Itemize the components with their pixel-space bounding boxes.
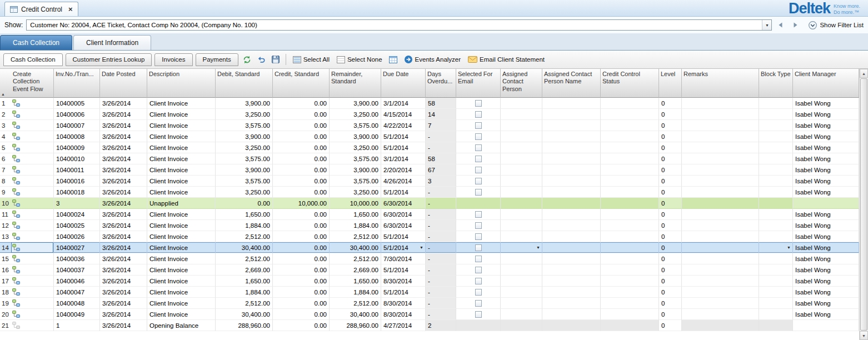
cell-level[interactable]: 0: [659, 253, 682, 264]
cell-days-overdue[interactable]: -: [426, 298, 456, 309]
cell-remarks[interactable]: [682, 131, 759, 142]
row-number[interactable]: 11: [0, 209, 11, 220]
create-collection-event-flow-cell[interactable]: [11, 209, 54, 220]
cell-remarks[interactable]: [682, 220, 759, 231]
create-collection-event-flow-cell[interactable]: [11, 276, 54, 287]
select-all-button[interactable]: Select All: [293, 56, 330, 63]
table-row[interactable]: 19104000483/26/2014Client Invoice2,512.0…: [0, 298, 859, 309]
cell-credit-standard[interactable]: 0.00: [273, 298, 330, 309]
create-collection-event-flow-cell[interactable]: [11, 153, 54, 164]
dropdown-arrow-icon[interactable]: ▼: [787, 246, 791, 249]
cell-debit-standard[interactable]: 3,575.00: [216, 120, 273, 131]
cell-days-overdue[interactable]: -: [426, 220, 456, 231]
cell-block-type[interactable]: [759, 120, 793, 131]
forward-arrow-icon[interactable]: [790, 20, 801, 30]
cell-assigned-contact-person-name[interactable]: [542, 176, 601, 187]
cell-remarks[interactable]: [682, 142, 759, 153]
table-icon[interactable]: [389, 56, 397, 63]
cell-due-date[interactable]: 3/1/2014: [381, 98, 426, 109]
cell-block-type[interactable]: [759, 109, 793, 120]
create-collection-event-flow-icon[interactable]: [12, 266, 20, 273]
selected-for-email-checkbox[interactable]: [475, 300, 482, 307]
cell-inv-no[interactable]: 10400046: [54, 276, 100, 287]
cell-assigned-contact-person-name[interactable]: [542, 164, 601, 176]
scroll-up-icon[interactable]: ▲: [860, 69, 868, 78]
col-header-remainder-standard[interactable]: Remainder, Standard: [330, 69, 381, 98]
cell-selected-for-email[interactable]: [456, 176, 501, 187]
cell-remarks[interactable]: [682, 98, 759, 109]
cell-assigned-contact-person[interactable]: [501, 209, 542, 220]
cell-credit-control-status[interactable]: [601, 198, 659, 209]
cell-description[interactable]: Client Invoice: [147, 287, 216, 298]
cell-client-manager[interactable]: Isabel Wong: [793, 164, 859, 176]
cell-days-overdue[interactable]: 58: [426, 153, 456, 164]
create-collection-event-flow-icon[interactable]: [12, 177, 20, 184]
cell-client-manager[interactable]: Isabel Wong: [793, 176, 859, 187]
cell-credit-control-status[interactable]: [601, 176, 659, 187]
col-header-debit-standard[interactable]: Debit, Standard: [216, 69, 273, 98]
cell-credit-control-status[interactable]: [601, 120, 659, 131]
cell-remainder-standard[interactable]: 288,960.00: [330, 320, 381, 331]
cell-level[interactable]: 0: [659, 220, 682, 231]
row-number[interactable]: 2: [0, 109, 11, 120]
row-number[interactable]: 13: [0, 231, 11, 242]
cell-description[interactable]: Client Invoice: [147, 98, 216, 109]
cell-block-type[interactable]: [759, 220, 793, 231]
cell-debit-standard[interactable]: 3,900.00: [216, 164, 273, 176]
cell-remarks[interactable]: [682, 164, 759, 176]
create-collection-event-flow-icon[interactable]: [12, 111, 20, 118]
cell-inv-no[interactable]: 10400025: [54, 220, 100, 231]
cell-remarks[interactable]: [682, 176, 759, 187]
selected-for-email-checkbox[interactable]: [475, 100, 482, 107]
subtab-cash-collection[interactable]: Cash Collection: [3, 53, 63, 66]
show-filter-list-button[interactable]: Show Filter List: [809, 21, 864, 29]
selected-for-email-checkbox[interactable]: [475, 178, 482, 184]
row-number[interactable]: 8: [0, 176, 11, 187]
cell-level[interactable]: 0: [659, 320, 682, 331]
cell-remarks[interactable]: [682, 264, 759, 276]
cell-assigned-contact-person-name[interactable]: [542, 220, 601, 231]
cell-description[interactable]: Client Invoice: [147, 220, 216, 231]
cell-level[interactable]: 0: [659, 309, 682, 320]
selected-for-email-checkbox[interactable]: [475, 233, 482, 240]
subtab-payments[interactable]: Payments: [196, 53, 238, 66]
selected-for-email-checkbox[interactable]: [475, 111, 482, 118]
cell-level[interactable]: 0: [659, 131, 682, 142]
table-row[interactable]: 2104000063/26/2014Client Invoice3,250.00…: [0, 109, 859, 120]
cell-days-overdue[interactable]: -: [426, 309, 456, 320]
cell-level[interactable]: 0: [659, 142, 682, 153]
cell-days-overdue[interactable]: -: [426, 287, 456, 298]
cell-description[interactable]: Client Invoice: [147, 253, 216, 264]
cell-assigned-contact-person-name[interactable]: [542, 320, 601, 331]
filter-combobox[interactable]: Customer No: 20004, ACE Ticket, Contact …: [26, 19, 772, 31]
cell-credit-standard[interactable]: 0.00: [273, 242, 330, 253]
cell-assigned-contact-person[interactable]: [501, 153, 542, 164]
cell-assigned-contact-person-name[interactable]: [542, 153, 601, 164]
cell-due-date[interactable]: 5/1/2014: [381, 187, 426, 198]
cell-client-manager[interactable]: Isabel Wong: [793, 98, 859, 109]
cell-selected-for-email[interactable]: [456, 198, 501, 209]
cell-block-type[interactable]: [759, 309, 793, 320]
cell-block-type[interactable]: [759, 276, 793, 287]
cell-assigned-contact-person-name[interactable]: [542, 253, 601, 264]
cell-remainder-standard[interactable]: 3,575.00: [330, 176, 381, 187]
create-collection-event-flow-cell[interactable]: [11, 142, 54, 153]
cell-remainder-standard[interactable]: 3,250.00: [330, 142, 381, 153]
cell-client-manager[interactable]: [793, 320, 859, 331]
cell-due-date[interactable]: 8/30/2014: [381, 298, 426, 309]
cell-remarks[interactable]: [682, 120, 759, 131]
cell-debit-standard[interactable]: 288,960.00: [216, 320, 273, 331]
cell-selected-for-email[interactable]: [456, 164, 501, 176]
cell-block-type[interactable]: [759, 98, 793, 109]
selected-for-email-checkbox[interactable]: [475, 278, 482, 284]
cell-debit-standard[interactable]: 2,669.00: [216, 264, 273, 276]
cell-debit-standard[interactable]: 3,250.00: [216, 187, 273, 198]
refresh-icon[interactable]: [243, 56, 251, 64]
cell-inv-no[interactable]: 10400010: [54, 153, 100, 164]
col-header-description[interactable]: Description: [147, 69, 216, 98]
cell-credit-control-status[interactable]: [601, 98, 659, 109]
cell-remarks[interactable]: [682, 187, 759, 198]
cell-date-posted[interactable]: 3/26/2014: [100, 320, 147, 331]
cell-block-type[interactable]: [759, 231, 793, 242]
cell-selected-for-email[interactable]: [456, 142, 501, 153]
